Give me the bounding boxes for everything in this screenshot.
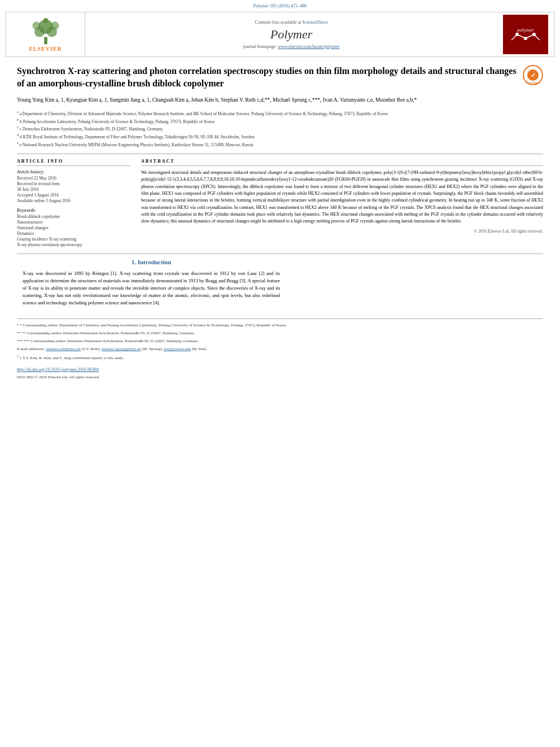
email-link-2[interactable]: michael.sprung@desy.de [102,347,141,351]
journal-header-box: ELSEVIER Contents lists available at Sci… [6,12,554,57]
svg-point-15 [532,33,536,36]
affiliation-e: e e National Research Nuclear University… [17,140,543,148]
keywords-title: Keywords: [17,208,130,213]
copyright-text: © 2016 Elsevier Ltd. All rights reserved… [141,229,543,234]
divider-middle [17,254,543,254]
accepted-date: Accepted 1 August 2016 [17,193,130,198]
affiliation-c: c c Deutsches Elektronen-Synchrotron, No… [17,124,543,132]
article-info-column: ARTICLE INFO Article history: Received 2… [17,159,130,248]
two-column-section: ARTICLE INFO Article history: Received 2… [17,159,543,248]
authors-text: Young Yong Kim a, 1, Kyungtae Kim a, 1, … [17,97,417,103]
introduction-section: 1. Introduction X-ray was discovered in … [17,259,280,307]
abstract-column: ABSTRACT We investigated structural deta… [141,159,543,248]
polymer-journal-icon: polymer [503,15,548,54]
page-wrapper: Polymer 105 (2016) 472–486 ELSEVI [0,0,560,386]
polymer-badge-container: polymer [497,12,554,56]
article-title-section: Synchrotron X-ray scattering and photon … [17,65,543,90]
footnote-3: *** *** Corresponding author. Deutsches … [17,338,543,344]
homepage-text: journal homepage: www.elsevier.com/locat… [243,44,340,49]
svg-point-4 [32,21,41,30]
received-revised-label: Received in revised form [17,181,130,186]
section-number: 1. [132,259,136,265]
received-revised-date: 30 July 2016 [17,187,130,192]
article-content: Synchrotron X-ray scattering and photon … [0,59,560,386]
journal-center-header: Contents lists available at ScienceDirec… [85,12,497,56]
section-title-text: Introduction [138,259,172,265]
issn-text: 0032-3861/© 2016 Elsevier Ltd. All right… [17,374,543,381]
affiliation-d: d d KTH Royal Institute of Technology, D… [17,132,543,140]
crossmark-icon[interactable]: ✓ CrossMark [523,65,543,85]
svg-rect-7 [503,15,548,54]
introduction-header: 1. Introduction [23,259,280,265]
affiliations-section: a a Department of Chemistry, Division of… [17,109,543,148]
footnote-1: * * Corresponding author. Department of … [17,322,543,329]
svg-text:✓: ✓ [531,72,536,78]
svg-point-5 [51,21,59,30]
keyword-2: Structural changes [17,225,130,230]
keyword-4: Grazing incidence X-ray scattering [17,237,130,242]
svg-point-6 [43,18,48,23]
affiliation-a: a a Department of Chemistry, Division of… [17,109,543,117]
svg-point-13 [515,33,519,36]
history-title: Article history: [17,169,130,174]
article-title-text: Synchrotron X-ray scattering and photon … [17,65,517,90]
email-footnote: E-mail addresses: stephan.roth@desy.de (… [17,346,543,352]
footnotes-section: * * Corresponding author. Department of … [17,318,543,381]
svg-text:CrossMark: CrossMark [526,81,540,84]
available-date: Available online 3 August 2016 [17,198,130,203]
elsevier-label: ELSEVIER [29,46,62,52]
svg-point-14 [524,37,527,40]
email-link-3[interactable]: ree@postech.edu [164,347,191,351]
received-date: Received 22 May 2016 [17,176,130,181]
keyword-5: X-ray photon correlation spectroscopy [17,242,130,247]
divider-top [17,154,543,154]
keyword-3: Dynamics [17,231,130,236]
journal-citation: Polymer 105 (2016) 472–486 [0,0,560,10]
affiliation-b: b b Pohang Accelerator Laboratory, Pohan… [17,117,543,125]
sciencedirect-link[interactable]: ScienceDirect [303,20,328,25]
introduction-layout: 1. Introduction X-ray was discovered in … [17,259,543,307]
svg-text:polymer: polymer [517,27,534,33]
svg-rect-0 [44,37,47,44]
sciencedirect-text: Contents lists available at ScienceDirec… [255,20,328,25]
email-link[interactable]: stephan.roth@desy.de [46,347,81,351]
homepage-link[interactable]: www.elsevier.com/locate/polymer [278,44,339,49]
equal-contribution-note: 1 1 Y.Y. Kim, K. Kim, and S. Jung contri… [17,354,543,362]
abstract-title: ABSTRACT [141,159,543,166]
abstract-text: We investigated structural details and t… [141,169,543,225]
journal-title: Polymer [270,27,313,42]
authors-section: Young Yong Kim a, 1, Kyungtae Kim a, 1, … [17,96,543,104]
doi-link[interactable]: http://dx.doi.org/10.1016/j.polymer.2016… [17,366,543,373]
elsevier-tree-icon [29,18,63,46]
footnote-2: ** ** Corresponding author. Deutsches El… [17,330,543,337]
keyword-1: Nanostructures [17,220,130,225]
journal-citation-text: Polymer 105 (2016) 472–486 [253,3,307,8]
elsevier-logo-container: ELSEVIER [6,12,85,56]
article-info-title: ARTICLE INFO [17,159,130,166]
introduction-text: X-ray was discovered in 1895 by Röntgen … [23,270,280,307]
keyword-0: Brush diblock copolymer [17,214,130,219]
elsevier-logo: ELSEVIER [29,18,63,52]
keywords-section: Keywords: Brush diblock copolymer Nanost… [17,208,130,247]
